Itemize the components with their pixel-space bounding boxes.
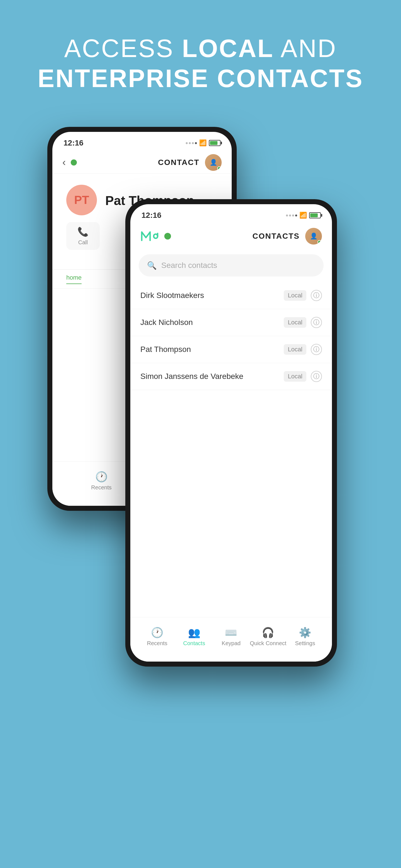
hero-line1: ACCESS LOCAL AND: [37, 33, 363, 63]
wifi-icon: 📶: [199, 140, 207, 147]
contact-badge-1: Local: [284, 317, 306, 328]
keypad-label: Keypad: [222, 640, 240, 647]
call-button[interactable]: 📞 Call: [66, 222, 100, 250]
wifi-icon-front: 📶: [299, 212, 307, 219]
contacts-page-title: CONTACTS: [171, 232, 299, 241]
contacts-icon-front: 👥: [188, 627, 200, 639]
status-icons-front: 📶: [286, 212, 321, 219]
settings-icon: ⚙️: [299, 627, 311, 639]
online-indicator: [71, 159, 77, 165]
bottom-nav-front: 🕐 Recents 👥 Contacts ⌨️ Keypad 🎧 Quick C…: [130, 617, 332, 661]
contact-badge-0: Local: [284, 290, 306, 301]
search-bar[interactable]: 🔍 Search contacts: [139, 254, 323, 277]
info-button-1[interactable]: ⓘ: [311, 317, 322, 328]
contact-row-0[interactable]: Dirk Slootmaekers Local ⓘ: [130, 282, 332, 309]
status-bar-back: 12:16 📶: [52, 132, 232, 151]
status-icons-back: 📶: [186, 140, 221, 147]
avatar-online-dot-front: [317, 240, 321, 244]
search-placeholder: Search contacts: [161, 261, 217, 270]
recents-icon-front: 🕐: [151, 627, 164, 639]
signal-dots: [186, 142, 197, 144]
call-icon: 📞: [78, 226, 89, 237]
contact-name-0: Dirk Slootmaekers: [140, 291, 284, 300]
contact-row-1[interactable]: Jack Nicholson Local ⓘ: [130, 309, 332, 336]
tab-home[interactable]: home: [66, 274, 82, 284]
contact-row-2[interactable]: Pat Thompson Local ⓘ: [130, 336, 332, 363]
recents-icon: 🕐: [95, 471, 108, 483]
contact-badge-2: Local: [284, 344, 306, 355]
contacts-label-front: Contacts: [183, 640, 205, 647]
bottom-nav-quickconnect[interactable]: 🎧 Quick Connect: [250, 627, 287, 647]
contact-name-3: Simon Janssens de Varebeke: [140, 372, 284, 381]
avatar: 👤: [205, 154, 222, 171]
contact-name-2: Pat Thompson: [140, 345, 284, 354]
brand-logo: [140, 229, 160, 243]
battery-icon: [209, 140, 221, 146]
settings-label: Settings: [295, 640, 315, 647]
info-button-3[interactable]: ⓘ: [311, 371, 322, 382]
back-button[interactable]: ‹: [62, 157, 66, 168]
quickconnect-icon: 🎧: [262, 627, 274, 639]
info-button-0[interactable]: ⓘ: [311, 290, 322, 301]
contact-name-1: Jack Nicholson: [140, 318, 284, 327]
page-title-back: CONTACT: [77, 158, 199, 167]
recents-label: Recents: [91, 484, 111, 491]
contact-row-3[interactable]: Simon Janssens de Varebeke Local ⓘ: [130, 363, 332, 390]
status-time-front: 12:16: [141, 211, 162, 220]
hero-text: ACCESS LOCAL AND ENTERPRISE CONTACTS: [37, 33, 363, 93]
contact-badge-3: Local: [284, 371, 306, 382]
quickconnect-label: Quick Connect: [250, 640, 286, 647]
contact-avatar: PT: [66, 185, 97, 215]
bottom-nav-recents-front[interactable]: 🕐 Recents: [139, 627, 176, 647]
status-time-back: 12:16: [63, 138, 84, 148]
bottom-nav-keypad[interactable]: ⌨️ Keypad: [213, 627, 250, 647]
signal-dots-front: [286, 215, 297, 216]
contacts-header: CONTACTS 👤: [130, 224, 332, 249]
phone-front: 12:16 📶: [125, 199, 337, 666]
avatar-online-dot: [217, 166, 221, 170]
call-label: Call: [78, 239, 88, 246]
phone-front-screen: 12:16 📶: [130, 204, 332, 661]
info-button-2[interactable]: ⓘ: [311, 344, 322, 355]
nav-bar-back: ‹ CONTACT 👤: [52, 151, 232, 174]
online-dot-front: [164, 233, 171, 240]
keypad-icon: ⌨️: [225, 627, 237, 639]
status-bar-front: 12:16 📶: [130, 204, 332, 224]
phones-container: 12:16 📶 ‹ CONTA: [47, 127, 354, 823]
hero-line2: ENTERPRISE CONTACTS: [37, 63, 363, 93]
contacts-list: Dirk Slootmaekers Local ⓘ Jack Nicholson…: [130, 282, 332, 390]
recents-label-front: Recents: [147, 640, 167, 647]
bottom-nav-settings[interactable]: ⚙️ Settings: [287, 627, 323, 647]
battery-icon-front: [309, 212, 321, 218]
bottom-nav-contacts-front[interactable]: 👥 Contacts: [176, 627, 213, 647]
avatar-front: 👤: [305, 228, 322, 245]
search-icon: 🔍: [147, 261, 157, 270]
